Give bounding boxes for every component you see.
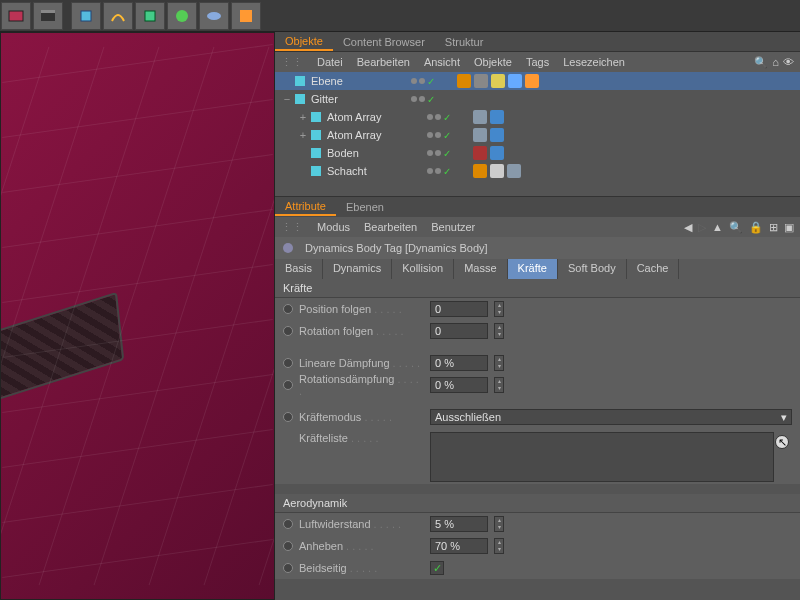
radio-icon[interactable] — [283, 541, 293, 551]
svg-rect-2 — [41, 10, 55, 13]
expander-icon[interactable]: + — [297, 111, 309, 123]
toolbar-cube-icon[interactable] — [71, 2, 101, 30]
input-rotationsdaempfung[interactable] — [430, 377, 488, 393]
eye-icon[interactable]: 👁 — [783, 56, 794, 69]
lock-icon[interactable]: 🔒 — [749, 221, 763, 234]
floor-icon — [309, 146, 323, 160]
input-anheben[interactable] — [430, 538, 488, 554]
object-row[interactable]: −Gitter✓ — [275, 90, 800, 108]
home-icon[interactable]: ⌂ — [772, 56, 779, 69]
new-icon[interactable]: ⊞ — [769, 221, 778, 234]
menu-benutzer[interactable]: Benutzer — [431, 221, 475, 233]
label-rotationsdaempfung: Rotationsdämpfung — [299, 373, 424, 397]
top-toolbar — [0, 0, 800, 32]
spinner[interactable]: ▴▾ — [494, 355, 504, 371]
toolbar-spline-icon[interactable] — [103, 2, 133, 30]
spinner[interactable]: ▴▾ — [494, 538, 504, 554]
tag-softbody-icon[interactable] — [490, 146, 504, 160]
radio-icon[interactable] — [283, 519, 293, 529]
tag-grey-icon[interactable] — [474, 74, 488, 88]
tag-body-sel-icon[interactable] — [525, 74, 539, 88]
nav-up-icon[interactable]: ▲ — [712, 221, 723, 233]
svg-rect-8 — [295, 76, 305, 86]
toolbar-nurbs-icon[interactable] — [135, 2, 165, 30]
menu-ansicht[interactable]: Ansicht — [424, 56, 460, 68]
search-icon[interactable]: 🔍 — [754, 56, 768, 69]
object-name: Atom Array — [327, 111, 427, 123]
subtab-cache[interactable]: Cache — [627, 259, 680, 279]
tag-body-icon[interactable] — [473, 128, 487, 142]
viewport-3d[interactable] — [0, 32, 275, 600]
menu-bearbeiten[interactable]: Bearbeiten — [357, 56, 410, 68]
tag-softbody-icon[interactable] — [490, 110, 504, 124]
input-luftwiderstand[interactable] — [430, 516, 488, 532]
svg-point-14 — [283, 243, 293, 253]
search-icon[interactable]: 🔍 — [729, 221, 743, 234]
radio-icon[interactable] — [283, 563, 293, 573]
menu-bearbeiten-attr[interactable]: Bearbeiten — [364, 221, 417, 233]
input-rotation-folgen[interactable] — [430, 323, 488, 339]
radio-icon[interactable] — [283, 358, 293, 368]
tag-fx-icon[interactable] — [508, 74, 522, 88]
spinner[interactable]: ▴▾ — [494, 377, 504, 393]
object-row[interactable]: Schacht✓ — [275, 162, 800, 180]
tag-orange-icon[interactable] — [457, 74, 471, 88]
menu-icon[interactable]: ▣ — [784, 221, 794, 234]
dropdown-kraeftemodus[interactable]: Ausschließen▾ — [430, 409, 792, 425]
checkbox-beidseitig[interactable]: ✓ — [430, 561, 444, 575]
subtab-kräfte[interactable]: Kräfte — [508, 259, 558, 279]
subtab-kollision[interactable]: Kollision — [392, 259, 454, 279]
radio-icon[interactable] — [283, 326, 293, 336]
tag-orange-icon[interactable] — [473, 164, 487, 178]
menu-datei[interactable]: Datei — [317, 56, 343, 68]
toolbar-film-icon[interactable] — [1, 2, 31, 30]
nav-fwd-icon[interactable]: ▷ — [698, 221, 706, 234]
tag-yellow-icon[interactable] — [491, 74, 505, 88]
tag-red-icon[interactable] — [473, 146, 487, 160]
menu-tags[interactable]: Tags — [526, 56, 549, 68]
input-position-folgen[interactable] — [430, 301, 488, 317]
tab-struktur[interactable]: Struktur — [435, 34, 494, 50]
toolbar-clapper-icon[interactable] — [33, 2, 63, 30]
input-lineare-daempfung[interactable] — [430, 355, 488, 371]
object-name: Atom Array — [327, 129, 427, 141]
listbox-kraefteliste[interactable]: ↖ — [430, 432, 774, 482]
object-row[interactable]: +Atom Array✓ — [275, 126, 800, 144]
expander-icon[interactable]: + — [297, 129, 309, 141]
tab-attribute[interactable]: Attribute — [275, 198, 336, 216]
tab-content-browser[interactable]: Content Browser — [333, 34, 435, 50]
menu-objekte[interactable]: Objekte — [474, 56, 512, 68]
object-row[interactable]: Ebene✓ — [275, 72, 800, 90]
tag-softbody-icon[interactable] — [490, 128, 504, 142]
section-kraefte: Kräfte — [275, 279, 800, 298]
toolbar-render-icon[interactable] — [231, 2, 261, 30]
cursor-icon[interactable]: ↖ — [775, 435, 789, 449]
spinner[interactable]: ▴▾ — [494, 301, 504, 317]
object-name: Gitter — [311, 93, 411, 105]
tab-objekte[interactable]: Objekte — [275, 33, 333, 51]
radio-icon[interactable] — [283, 380, 293, 390]
spinner[interactable]: ▴▾ — [494, 323, 504, 339]
expander-icon[interactable]: − — [281, 93, 293, 105]
spinner[interactable]: ▴▾ — [494, 516, 504, 532]
radio-icon[interactable] — [283, 412, 293, 422]
menu-lesezeichen[interactable]: Lesezeichen — [563, 56, 625, 68]
nav-back-icon[interactable]: ◀ — [684, 221, 692, 234]
toolbar-deform-icon[interactable] — [199, 2, 229, 30]
menu-modus[interactable]: Modus — [317, 221, 350, 233]
tag-body-icon[interactable] — [473, 110, 487, 124]
tag-body-icon[interactable] — [507, 164, 521, 178]
object-row[interactable]: Boden✓ — [275, 144, 800, 162]
radio-icon[interactable] — [283, 304, 293, 314]
label-luftwiderstand: Luftwiderstand — [299, 518, 424, 530]
object-hierarchy[interactable]: Ebene✓−Gitter✓+Atom Array✓+Atom Array✓Bo… — [275, 72, 800, 197]
object-row[interactable]: +Atom Array✓ — [275, 108, 800, 126]
svg-rect-7 — [240, 10, 252, 22]
subtab-basis[interactable]: Basis — [275, 259, 323, 279]
subtab-masse[interactable]: Masse — [454, 259, 507, 279]
tab-ebenen[interactable]: Ebenen — [336, 199, 394, 215]
subtab-soft body[interactable]: Soft Body — [558, 259, 627, 279]
subtab-dynamics[interactable]: Dynamics — [323, 259, 392, 279]
toolbar-effector-icon[interactable] — [167, 2, 197, 30]
tag-checker-icon[interactable] — [490, 164, 504, 178]
